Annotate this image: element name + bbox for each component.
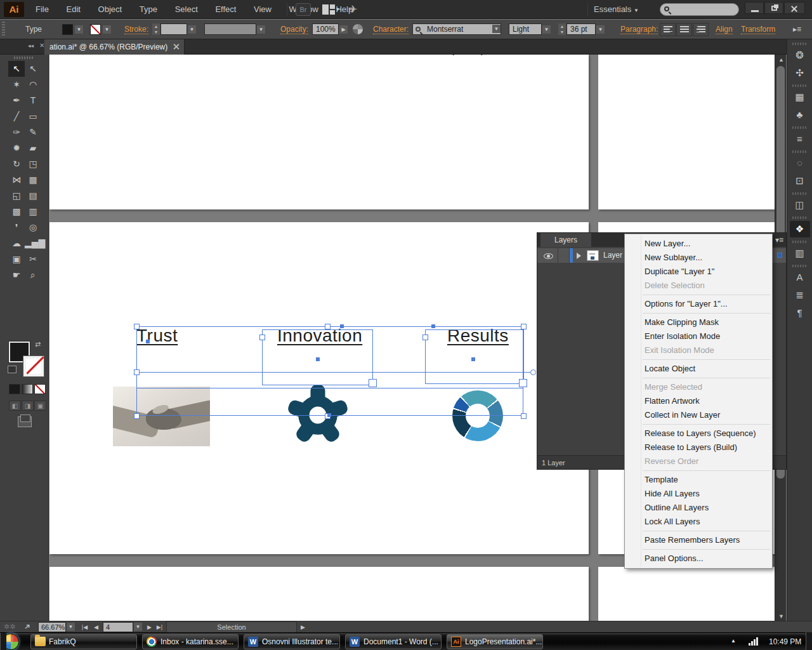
share-icon[interactable]: ✈ [349,3,362,16]
variable-width-field[interactable] [204,23,256,35]
anchor-point[interactable] [431,324,435,328]
anchor-point[interactable] [316,357,320,361]
symbols-panel[interactable]: ◌ [790,155,810,171]
bridge-button[interactable]: Br [296,3,311,16]
menu-item-lock-all-layers[interactable]: Lock All Layers [625,515,771,529]
menu-item-locate-object[interactable]: Locate Object [625,362,771,376]
opacity-link[interactable]: Opacity: [280,25,308,34]
swatches-panel[interactable]: ▦ [790,89,810,105]
layers-panel-icon[interactable]: ❖ [790,221,810,237]
selection-handle[interactable] [521,413,527,419]
blend-tool[interactable]: ◎ [25,220,41,235]
drag-handle[interactable] [2,22,5,37]
shape-builder-tool[interactable]: ◱ [8,188,25,204]
rectangle-tool[interactable]: ▭ [25,109,41,124]
layer-thumbnail[interactable] [587,250,599,261]
rotate-tool[interactable]: ↻ [8,156,25,172]
stroke-weight-field[interactable] [160,23,187,35]
transparency-panel[interactable]: ◫ [790,197,810,213]
pen-tool[interactable]: ✒ [8,93,25,109]
scroll-down-icon[interactable]: ▼ [778,613,784,620]
menu-item-panel-options[interactable]: Panel Options... [625,552,771,566]
magic-wand-tool[interactable]: ✶ [8,77,25,93]
menu-item-duplicate-layer[interactable]: Duplicate "Layer 1" [625,265,771,279]
settings-gears-icon[interactable]: ✲✲ [4,623,15,631]
anchor-point[interactable] [146,340,150,343]
selection-handle[interactable] [422,335,428,340]
arrange-documents-icon[interactable] [322,4,339,15]
menu-edit[interactable]: Edit [59,0,88,19]
pencil-tool[interactable]: ✎ [25,124,41,140]
close-button[interactable] [784,2,805,14]
fill-swatch[interactable] [62,24,73,35]
stroke-color-swatch[interactable] [23,356,44,376]
opacity-dropdown[interactable]: ▶ [339,25,348,34]
font-family-dropdown[interactable]: ▼ [492,25,501,33]
menu-item-new-sublayer[interactable]: New Sublayer... [625,251,771,265]
last-artboard-icon[interactable]: ▶| [155,622,164,632]
taskbar-button-chrome-inbox[interactable]: Inbox - katarina.sse... [142,634,239,649]
clock[interactable]: 10:49 PM [769,637,801,646]
stroke-panel[interactable]: ≡ [790,131,810,147]
selection-handle[interactable] [369,379,377,387]
zoom-tool[interactable]: ⌕ [25,267,41,283]
anchor-point[interactable] [340,324,344,328]
width-tool[interactable]: ⋈ [8,172,25,188]
fill-dropdown[interactable]: ▼ [75,25,83,34]
zoom-level-field[interactable]: 66.67% [38,622,66,632]
line-segment-tool[interactable]: ╱ [8,109,25,124]
gradient-button[interactable] [22,384,33,394]
none-button[interactable] [34,384,46,394]
brushes-panel[interactable]: ♣ [790,107,810,123]
minimize-button[interactable] [745,2,764,14]
artboard-2[interactable] [598,55,775,209]
character-link[interactable]: Character: [373,25,409,34]
artboard-7[interactable] [598,567,775,621]
menu-item-outline-all-layers[interactable]: Outline All Layers [625,501,771,515]
screen-mode-button[interactable] [18,416,32,427]
menu-item-options-for-layer[interactable]: Options for "Layer 1"... [625,297,771,311]
font-style-field[interactable]: Light [509,23,542,35]
artboard-tool[interactable]: ▣ [8,251,25,267]
anchor-point[interactable] [327,413,331,417]
appearance-panel[interactable]: ≣ [790,287,810,303]
selection-tool[interactable]: ↖ [8,61,25,77]
opacity-field[interactable]: 100% [312,23,339,35]
font-family-field[interactable]: Montserrat [412,23,501,35]
color-guide-panel[interactable]: ✣ [790,65,810,81]
menu-item-template[interactable]: Template [625,473,771,487]
recolor-artwork-icon[interactable] [353,24,363,34]
drag-handle[interactable] [14,56,34,59]
eraser-tool[interactable]: ▰ [25,140,41,156]
menu-item-release-to-layers-sequence[interactable]: Release to Layers (Sequence) [625,427,771,441]
artboard-6[interactable] [49,567,589,621]
selection-handle[interactable] [134,413,140,419]
column-graph-tool[interactable]: ▂▅▇ [25,235,41,251]
export-arrow-icon[interactable]: ➔ [22,621,33,632]
show-desktop-button[interactable] [0,633,6,650]
visibility-eye-icon[interactable] [544,253,553,259]
menu-item-paste-remembers-layers[interactable]: Paste Remembers Layers [625,533,771,547]
font-style-dropdown[interactable]: ▼ [542,25,551,34]
menu-file[interactable]: File [28,0,56,19]
paragraph-link[interactable]: Paragraph: [620,25,658,34]
taskbar-button-word-osnovni[interactable]: W Osnovni Illustrator te... [244,634,340,649]
symbol-sprayer-tool[interactable]: ☁ [8,235,25,251]
color-panel[interactable]: ❂ [790,47,810,63]
first-artboard-icon[interactable]: |◀ [80,622,89,632]
artboard-1[interactable] [49,55,589,209]
prev-artboard-icon[interactable]: ◀ [91,622,101,632]
transform-link[interactable]: Transform [741,25,775,34]
menu-effect[interactable]: Effect [207,0,244,19]
align-left-button[interactable] [660,23,676,36]
gradient-panel[interactable]: ▥ [790,245,810,262]
taskbar-button-word-document1[interactable]: W Document1 - Word (... [345,634,442,649]
zoom-dropdown[interactable]: ▼ [67,623,75,631]
tab-close-icon[interactable] [173,44,180,50]
taskbar-button-illustrator[interactable]: Ai LogoPresentation.ai*... [447,634,543,649]
menu-object[interactable]: Object [91,0,130,19]
align-right-button[interactable] [693,23,709,36]
status-popup-icon[interactable]: ▶ [298,622,308,632]
menu-view[interactable]: View [246,0,279,19]
tray-expand-icon[interactable]: ▲ [731,638,736,644]
